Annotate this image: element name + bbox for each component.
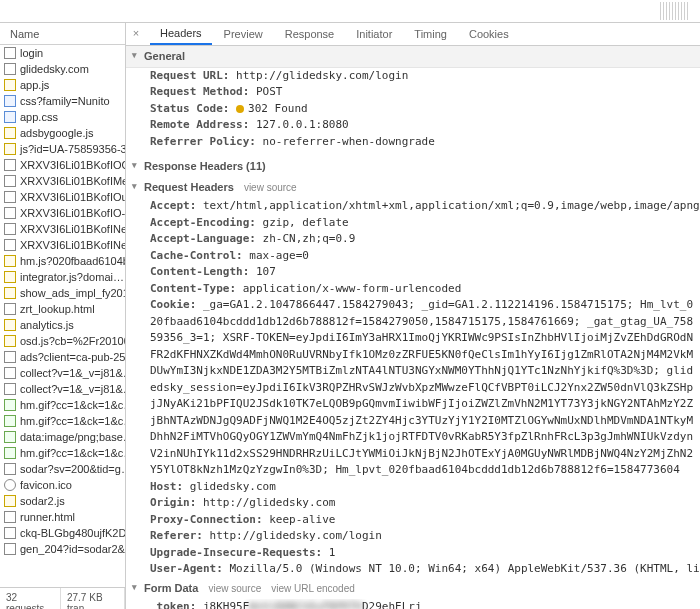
hdr-accept-language: Accept-Language: zh-CN,zh;q=0.9 bbox=[126, 231, 700, 248]
request-method: Request Method: POST bbox=[126, 84, 700, 101]
request-item[interactable]: sodar?sv=200&tid=g… bbox=[0, 461, 125, 477]
tab-headers[interactable]: Headers bbox=[150, 23, 212, 45]
request-item[interactable]: XRXV3I6Li01BKofIMe… bbox=[0, 173, 125, 189]
css-icon bbox=[4, 111, 16, 123]
request-item[interactable]: js?id=UA-75859356-3 bbox=[0, 141, 125, 157]
js-icon bbox=[4, 255, 16, 267]
doc-icon bbox=[4, 351, 16, 363]
section-form-data[interactable]: Form Dataview sourceview URL encoded bbox=[126, 578, 700, 600]
status-code: Status Code: 302 Found bbox=[126, 101, 700, 118]
request-item[interactable]: zrt_lookup.html bbox=[0, 301, 125, 317]
hdr-user-agent: User-Agent: Mozilla/5.0 (Windows NT 10.0… bbox=[126, 561, 700, 578]
request-item[interactable]: sodar2.js bbox=[0, 493, 125, 509]
request-item[interactable]: app.css bbox=[0, 109, 125, 125]
request-item[interactable]: login bbox=[0, 45, 125, 61]
detail-tabs: × Headers Preview Response Initiator Tim… bbox=[126, 23, 700, 46]
request-item-label: ckq-BLGbg480ujfK2D… bbox=[20, 525, 125, 541]
request-item-label: glidedsky.com bbox=[20, 61, 89, 77]
request-item-label: hm.gif?cc=1&ck=1&c… bbox=[20, 445, 125, 461]
request-item-label: gen_204?id=sodar2&… bbox=[20, 541, 125, 557]
request-item[interactable]: collect?v=1&_v=j81&… bbox=[0, 381, 125, 397]
request-item[interactable]: gen_204?id=sodar2&… bbox=[0, 541, 125, 557]
headers-panel[interactable]: General Request URL: http://glidedsky.co… bbox=[126, 46, 700, 609]
hdr-upgrade-insecure: Upgrade-Insecure-Requests: 1 bbox=[126, 545, 700, 562]
request-item-label: XRXV3I6Li01BKofIOua… bbox=[20, 189, 125, 205]
request-item[interactable]: analytics.js bbox=[0, 317, 125, 333]
request-item-label: show_ads_impl_fy201… bbox=[20, 285, 125, 301]
doc-icon bbox=[4, 175, 16, 187]
doc-icon bbox=[4, 303, 16, 315]
request-item-label: app.css bbox=[20, 109, 58, 125]
section-general[interactable]: General bbox=[126, 46, 700, 68]
request-item[interactable]: XRXV3I6Li01BKofIOua… bbox=[0, 189, 125, 205]
request-item-label: login bbox=[20, 45, 43, 61]
hdr-referer: Referer: http://glidedsky.com/login bbox=[126, 528, 700, 545]
request-item[interactable]: glidedsky.com bbox=[0, 61, 125, 77]
tab-response[interactable]: Response bbox=[275, 24, 345, 44]
js-icon bbox=[4, 287, 16, 299]
img-icon bbox=[4, 415, 16, 427]
request-item-label: data:image/png;base… bbox=[20, 429, 125, 445]
request-item[interactable]: css?family=Nunito bbox=[0, 93, 125, 109]
doc-icon bbox=[4, 511, 16, 523]
request-item[interactable]: runner.html bbox=[0, 509, 125, 525]
status-request-count: 32 requests bbox=[0, 588, 61, 609]
request-item[interactable]: XRXV3I6Li01BKofINea… bbox=[0, 237, 125, 253]
tab-initiator[interactable]: Initiator bbox=[346, 24, 402, 44]
request-item-label: analytics.js bbox=[20, 317, 74, 333]
request-item-label: ads?client=ca-pub-25… bbox=[20, 349, 125, 365]
request-item[interactable]: show_ads_impl_fy201… bbox=[0, 285, 125, 301]
view-source-link[interactable]: view source bbox=[208, 583, 261, 594]
doc-icon bbox=[4, 543, 16, 555]
request-item-label: XRXV3I6Li01BKofIMe… bbox=[20, 173, 125, 189]
doc-icon bbox=[4, 383, 16, 395]
request-item[interactable]: hm.gif?cc=1&ck=1&c… bbox=[0, 397, 125, 413]
doc-icon bbox=[4, 207, 16, 219]
request-item[interactable]: integrator.js?domai… bbox=[0, 269, 125, 285]
js-icon bbox=[4, 271, 16, 283]
sidebar-header-name[interactable]: Name bbox=[0, 23, 125, 45]
img-icon bbox=[4, 431, 16, 443]
request-item[interactable]: ckq-BLGbg480ujfK2D… bbox=[0, 525, 125, 541]
tab-timing[interactable]: Timing bbox=[404, 24, 457, 44]
request-item[interactable]: XRXV3I6Li01BKofIOO… bbox=[0, 157, 125, 173]
view-url-encoded-link[interactable]: view URL encoded bbox=[271, 583, 355, 594]
timeline-overview[interactable] bbox=[0, 0, 700, 23]
section-response-headers[interactable]: Response Headers (11) bbox=[126, 156, 700, 177]
doc-icon bbox=[4, 463, 16, 475]
request-item[interactable]: adsbygoogle.js bbox=[0, 125, 125, 141]
request-item[interactable]: hm.gif?cc=1&ck=1&c… bbox=[0, 445, 125, 461]
request-item[interactable]: hm.js?020fbaad6104b… bbox=[0, 253, 125, 269]
doc-icon bbox=[4, 191, 16, 203]
request-item-label: app.js bbox=[20, 77, 49, 93]
request-item-label: css?family=Nunito bbox=[20, 93, 110, 109]
request-item[interactable]: osd.js?cb=%2Fr20100… bbox=[0, 333, 125, 349]
img-icon bbox=[4, 399, 16, 411]
doc-icon bbox=[4, 527, 16, 539]
request-item[interactable]: XRXV3I6Li01BKofINea… bbox=[0, 221, 125, 237]
doc-icon bbox=[4, 367, 16, 379]
request-item-label: hm.gif?cc=1&ck=1&c… bbox=[20, 397, 125, 413]
hdr-proxy-connection: Proxy-Connection: keep-alive bbox=[126, 512, 700, 529]
request-item-label: runner.html bbox=[20, 509, 75, 525]
tab-cookies[interactable]: Cookies bbox=[459, 24, 519, 44]
view-source-link[interactable]: view source bbox=[244, 182, 297, 193]
request-item[interactable]: favicon.ico bbox=[0, 477, 125, 493]
request-item[interactable]: hm.gif?cc=1&ck=1&c… bbox=[0, 413, 125, 429]
doc-icon bbox=[4, 47, 16, 59]
doc-icon bbox=[4, 239, 16, 251]
request-item[interactable]: XRXV3I6Li01BKofIO-a… bbox=[0, 205, 125, 221]
request-item[interactable]: app.js bbox=[0, 77, 125, 93]
tab-preview[interactable]: Preview bbox=[214, 24, 273, 44]
hdr-origin: Origin: http://glidedsky.com bbox=[126, 495, 700, 512]
request-item-label: XRXV3I6Li01BKofINea… bbox=[20, 221, 125, 237]
request-item[interactable]: collect?v=1&_v=j81&… bbox=[0, 365, 125, 381]
request-item[interactable]: data:image/png;base… bbox=[0, 429, 125, 445]
ico-icon bbox=[4, 479, 16, 491]
request-item[interactable]: ads?client=ca-pub-25… bbox=[0, 349, 125, 365]
request-item-label: XRXV3I6Li01BKofINea… bbox=[20, 237, 125, 253]
request-url: Request URL: http://glidedsky.com/login bbox=[126, 68, 700, 85]
section-request-headers[interactable]: Request Headersview source bbox=[126, 177, 700, 199]
request-list[interactable]: loginglidedsky.comapp.jscss?family=Nunit… bbox=[0, 45, 125, 587]
close-icon[interactable]: × bbox=[130, 28, 142, 40]
